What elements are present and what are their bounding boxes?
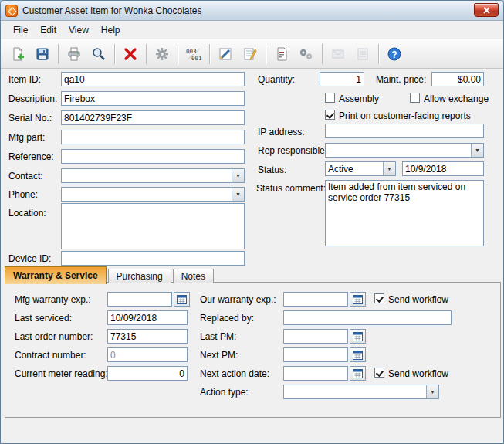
mfg-warranty-exp-label: Mfg warranty exp.:: [15, 294, 91, 305]
find-icon: [91, 46, 107, 62]
new-document-icon: [10, 46, 25, 62]
toolbar-separator: [114, 44, 115, 64]
serial-lot-numbers-button[interactable]: 003001: [181, 42, 206, 66]
send-workflow-action-checkbox[interactable]: [374, 368, 384, 378]
process-gears-icon: [298, 46, 315, 62]
new-document-button[interactable]: [5, 42, 30, 66]
save-button[interactable]: [30, 42, 55, 66]
warranty-service-panel: Mfg warranty exp.: Last serviced: Last o…: [5, 282, 501, 418]
next-action-date-input[interactable]: [283, 366, 348, 381]
print-icon: [66, 46, 82, 62]
print-reports-label: Print on customer-facing reports: [339, 110, 471, 121]
next-action-date-calendar-button[interactable]: [350, 366, 366, 381]
last-pm-calendar-button[interactable]: [350, 329, 366, 344]
send-workflow-warranty-checkbox[interactable]: [374, 293, 384, 303]
phone-select[interactable]: ▼: [61, 187, 245, 202]
action-type-value: [284, 385, 426, 398]
last-serviced-input[interactable]: [107, 310, 188, 325]
status-comment-textarea[interactable]: Item added from item serviced on service…: [325, 180, 484, 246]
tab-label: Purchasing: [117, 271, 163, 282]
menu-help[interactable]: Help: [95, 22, 127, 38]
app-icon: [5, 5, 18, 17]
status-value: Active: [326, 162, 383, 175]
menu-file[interactable]: File: [7, 22, 34, 38]
analysis-icon: [218, 46, 233, 62]
rep-responsible-value: [326, 144, 471, 157]
calendar-icon: [353, 331, 363, 341]
mfg-warranty-exp-input[interactable]: [107, 292, 172, 307]
mfg-part-label: Mfg part:: [8, 132, 45, 143]
location-label: Location:: [8, 208, 46, 219]
replaced-by-input[interactable]: [283, 310, 452, 325]
print-reports-checkbox[interactable]: [325, 110, 335, 120]
action-type-select[interactable]: ▼: [283, 385, 439, 399]
print-button[interactable]: [62, 42, 86, 66]
assembly-checkbox[interactable]: [325, 93, 335, 103]
note-icon: [274, 46, 289, 62]
tab-purchasing[interactable]: Purchasing: [108, 269, 171, 283]
tab-warranty-service[interactable]: Warranty & Service: [5, 266, 107, 284]
status-date-input[interactable]: [402, 161, 484, 176]
maint-price-input[interactable]: [431, 72, 484, 86]
chevron-down-icon: ▼: [426, 385, 438, 398]
close-button[interactable]: [474, 3, 499, 17]
note-button[interactable]: [269, 42, 294, 66]
toolbar: 003001 ?: [1, 39, 503, 69]
next-action-date-label: Next action date:: [200, 368, 269, 379]
close-icon: [483, 7, 490, 14]
description-input[interactable]: [61, 91, 245, 106]
chevron-down-icon: ▼: [232, 169, 244, 182]
mail-button: [326, 42, 350, 66]
next-pm-input[interactable]: [283, 347, 348, 362]
serial-no-input[interactable]: [61, 110, 245, 125]
tab-notes[interactable]: Notes: [173, 269, 214, 283]
titlebar[interactable]: Customer Asset Item for Wonka Chocolates: [1, 1, 503, 21]
last-order-number-label: Last order number:: [15, 331, 93, 342]
ip-address-label: IP address:: [258, 127, 304, 137]
toolbar-separator: [178, 44, 178, 64]
current-meter-reading-input[interactable]: [107, 366, 188, 381]
last-pm-label: Last PM:: [200, 331, 236, 342]
last-order-number-input[interactable]: [107, 329, 188, 344]
assembly-label: Assembly: [339, 93, 379, 104]
help-icon: ?: [387, 46, 402, 62]
help-button[interactable]: ?: [382, 42, 407, 66]
current-meter-reading-label: Current meter reading:: [15, 368, 108, 379]
status-select[interactable]: Active ▼: [325, 161, 396, 176]
contact-select[interactable]: ▼: [61, 168, 245, 183]
our-warranty-calendar-button[interactable]: [350, 292, 366, 307]
rep-responsible-select[interactable]: ▼: [325, 143, 484, 158]
reference-input[interactable]: [61, 149, 245, 164]
mfg-warranty-calendar-button[interactable]: [174, 292, 190, 307]
our-warranty-exp-input[interactable]: [283, 292, 348, 307]
process-button[interactable]: [294, 42, 319, 66]
window-title: Customer Asset Item for Wonka Chocolates: [22, 5, 202, 16]
allow-exchange-label: Allow exchange: [424, 93, 489, 104]
toolbar-separator: [322, 44, 323, 64]
contract-number-input[interactable]: [107, 347, 188, 362]
calendar-icon: [353, 350, 363, 360]
menu-edit[interactable]: Edit: [34, 22, 63, 38]
settings-button[interactable]: [150, 42, 174, 66]
ip-address-input[interactable]: [325, 124, 484, 138]
device-id-label: Device ID:: [8, 253, 51, 264]
journal-button[interactable]: [238, 42, 262, 66]
phone-value: [62, 188, 232, 201]
location-textarea[interactable]: [61, 203, 245, 249]
journal-icon: [242, 46, 258, 62]
calendar-icon: [353, 368, 363, 378]
send-workflow-warranty-label: Send workflow: [388, 294, 448, 305]
item-id-input[interactable]: [61, 72, 245, 86]
mfg-part-input[interactable]: [61, 130, 245, 144]
delete-button[interactable]: [118, 42, 143, 66]
analysis-button[interactable]: [213, 42, 238, 66]
rep-responsible-label: Rep responsible:: [258, 145, 327, 156]
device-id-input[interactable]: [61, 251, 245, 266]
allow-exchange-checkbox[interactable]: [410, 93, 420, 103]
next-pm-calendar-button[interactable]: [350, 347, 366, 362]
find-button[interactable]: [86, 42, 111, 66]
quantity-input[interactable]: [320, 72, 364, 86]
replaced-by-label: Replaced by:: [200, 313, 254, 324]
menu-view[interactable]: View: [63, 22, 95, 38]
last-pm-input[interactable]: [283, 329, 348, 344]
